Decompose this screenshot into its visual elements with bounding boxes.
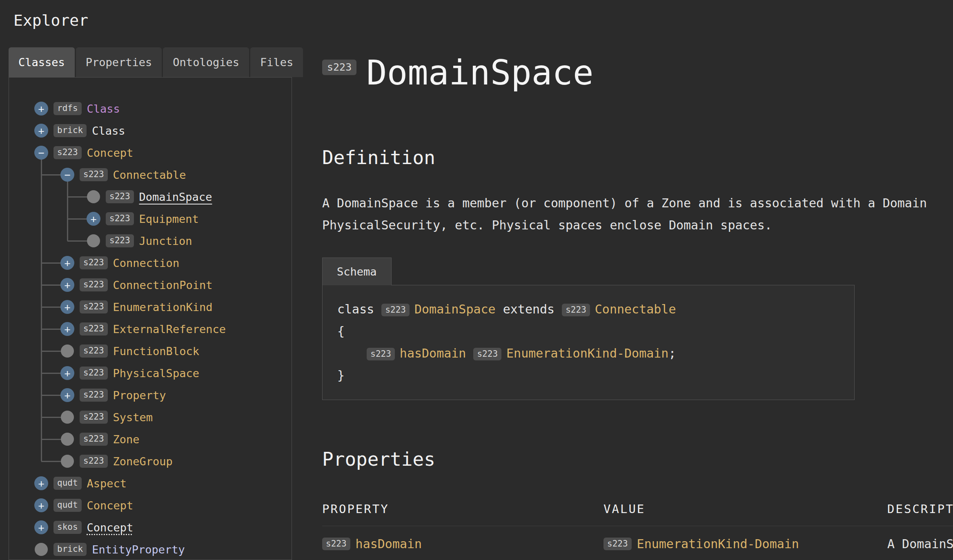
tree-item-label[interactable]: Concept xyxy=(87,521,134,534)
collapse-toggle-icon[interactable]: − xyxy=(34,146,48,160)
tree-row: +rdfsClass xyxy=(34,98,120,120)
expand-toggle-icon[interactable]: + xyxy=(34,124,48,138)
tree-item-label[interactable]: Aspect xyxy=(87,477,127,490)
tab-files[interactable]: Files xyxy=(250,47,303,77)
tree-row: −s223Concept xyxy=(34,142,133,164)
expand-toggle-icon[interactable]: + xyxy=(60,366,74,380)
tree-row: +s223ExternalReference xyxy=(60,318,226,340)
tree-item-label[interactable]: Concept xyxy=(87,499,134,512)
prefix-badge: s223 xyxy=(80,278,108,291)
leaf-icon xyxy=(61,433,74,446)
expand-toggle-icon[interactable]: + xyxy=(34,498,48,512)
prefix-badge: s223 xyxy=(381,304,410,316)
prefix-badge: rdfs xyxy=(53,102,82,115)
expand-toggle-icon[interactable]: + xyxy=(60,322,74,336)
tree-item-label[interactable]: ZoneGroup xyxy=(113,455,173,468)
page-title: Explorer xyxy=(13,11,88,29)
prefix-badge: qudt xyxy=(53,477,82,489)
tree-item-label[interactable]: Connectable xyxy=(113,169,186,181)
class-title-row: s223 DomainSpace xyxy=(322,53,953,93)
tree-item-label[interactable]: FunctionBlock xyxy=(113,345,199,358)
leaf-icon xyxy=(61,455,74,468)
tree-item-label[interactable]: Class xyxy=(87,102,120,115)
tree-item-label[interactable]: EntityProperty xyxy=(92,543,185,556)
tree-row: s223DomainSpace xyxy=(87,186,212,208)
tree-item-label[interactable]: Equipment xyxy=(139,213,199,225)
expand-toggle-icon[interactable]: + xyxy=(60,278,74,292)
description-cell: A DomainSpace xyxy=(887,537,953,551)
expand-toggle-icon[interactable]: + xyxy=(34,476,48,490)
code-text xyxy=(466,346,473,360)
properties-table-header: PROPERTYVALUEDESCRIPTION xyxy=(322,502,953,526)
expand-toggle-icon[interactable]: + xyxy=(60,300,74,314)
code-line: class s223DomainSpace extends s223Connec… xyxy=(337,298,842,320)
value-cell: s223EnumerationKind-Domain xyxy=(603,537,887,551)
tree-row: +qudtConcept xyxy=(34,494,133,516)
tab-ontologies[interactable]: Ontologies xyxy=(163,47,249,77)
tree-item-label[interactable]: ExternalReference xyxy=(113,323,226,336)
tree-item-label[interactable]: PhysicalSpace xyxy=(113,367,199,380)
prefix-badge: s223 xyxy=(80,322,108,335)
code-line: } xyxy=(337,364,842,387)
tree-item-label[interactable]: Connection xyxy=(113,257,180,269)
prefix-badge: s223 xyxy=(603,538,632,550)
prefix-badge: s223 xyxy=(367,348,395,360)
prefix-badge: s223 xyxy=(53,146,82,159)
tree-item-label[interactable]: ConnectionPoint xyxy=(113,279,213,291)
tree-row: s223FunctionBlock xyxy=(60,340,199,362)
tree-item-label[interactable]: System xyxy=(113,411,153,424)
leaf-icon xyxy=(87,190,100,203)
tree-item-label[interactable]: Class xyxy=(92,124,125,137)
tree-row: +s223Property xyxy=(60,384,166,406)
tree-connector xyxy=(67,182,68,241)
code-text: { xyxy=(337,324,345,338)
definition-line: A DomainSpace is a member (or component)… xyxy=(322,192,953,214)
code-class-link[interactable]: DomainSpace xyxy=(414,302,496,316)
cell-link[interactable]: hasDomain xyxy=(356,537,422,551)
tree-item-label[interactable]: Junction xyxy=(139,235,192,247)
expand-toggle-icon[interactable]: + xyxy=(34,102,48,116)
tree-row: +brickClass xyxy=(34,120,125,142)
tree-row: s223Junction xyxy=(87,230,192,252)
tree-row: s223Zone xyxy=(60,428,140,450)
code-class-link[interactable]: Connectable xyxy=(595,302,676,316)
code-class-link[interactable]: EnumerationKind-Domain xyxy=(506,346,668,360)
expand-toggle-icon[interactable]: + xyxy=(60,256,74,270)
cell-link[interactable]: EnumerationKind-Domain xyxy=(637,537,799,551)
tree-row: s223ZoneGroup xyxy=(60,450,173,472)
definition-line: PhysicalSecurity, etc. Physical spaces e… xyxy=(322,214,953,236)
tab-properties[interactable]: Properties xyxy=(76,47,162,77)
tree-item-label[interactable]: Concept xyxy=(87,147,134,159)
property-cell: s223hasDomain xyxy=(322,537,603,551)
prefix-badge: s223 xyxy=(80,300,108,313)
prefix-badge: s223 xyxy=(80,455,108,467)
column-header-value: VALUE xyxy=(603,502,887,516)
tree-row: +s223PhysicalSpace xyxy=(60,362,199,384)
sidebar: ClassesPropertiesOntologiesFiles +rdfsCl… xyxy=(9,47,292,560)
prefix-badge: s223 xyxy=(106,190,134,203)
prefix-badge: s223 xyxy=(80,367,108,379)
code-block: class s223DomainSpace extends s223Connec… xyxy=(322,285,855,400)
expand-toggle-icon[interactable]: + xyxy=(60,388,74,402)
prefix-badge: s223 xyxy=(80,389,108,401)
leaf-icon xyxy=(35,543,48,556)
tree-row: +s223Connection xyxy=(60,252,179,274)
class-tree: +rdfsClass+brickClass−s223Concept−s223Co… xyxy=(9,77,292,560)
tree-item-label[interactable]: EnumerationKind xyxy=(113,301,213,313)
expand-toggle-icon[interactable]: + xyxy=(34,520,48,534)
main-content: s223 DomainSpace Definition A DomainSpac… xyxy=(322,53,953,551)
expand-toggle-icon[interactable]: + xyxy=(87,212,100,226)
tree-item-label[interactable]: DomainSpace xyxy=(139,191,212,203)
code-text: } xyxy=(337,368,345,382)
schema-tab[interactable]: Schema xyxy=(322,258,392,285)
tree-item-label[interactable]: Property xyxy=(113,389,166,402)
tree-row: +s223ConnectionPoint xyxy=(60,274,212,296)
code-text: extends xyxy=(496,302,562,316)
tree-item-label[interactable]: Zone xyxy=(113,433,140,446)
prefix-badge: s223 xyxy=(322,60,356,75)
class-title: DomainSpace xyxy=(366,53,593,93)
tree-connector xyxy=(41,160,42,461)
tab-classes[interactable]: Classes xyxy=(9,47,75,77)
collapse-toggle-icon[interactable]: − xyxy=(60,168,74,182)
code-class-link[interactable]: hasDomain xyxy=(400,346,466,360)
